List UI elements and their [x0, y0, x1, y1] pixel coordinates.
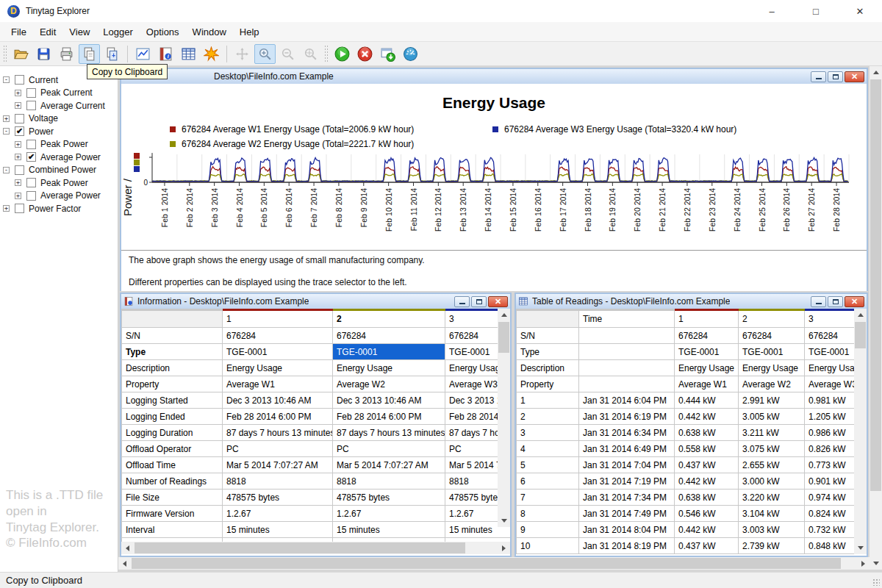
tree-expander-icon[interactable]: + — [3, 205, 10, 212]
menu-options[interactable]: Options — [140, 24, 186, 40]
grid-cell[interactable] — [579, 360, 675, 376]
window-titlebar[interactable]: Tinytag Explorer – □ ✕ — [0, 0, 882, 22]
grid-cell[interactable]: Mar 5 2014 7:07:27 AM — [333, 457, 445, 473]
grid-cell[interactable] — [579, 376, 675, 392]
grid-cell[interactable]: Dec 3 2013 10:46 AM — [223, 392, 333, 409]
grid-cell[interactable]: 2.655 kW — [739, 457, 805, 473]
tree-expander-icon[interactable]: + — [15, 179, 21, 186]
grid-cell[interactable]: 3.005 kW — [739, 409, 805, 425]
paste-special-button[interactable] — [101, 44, 123, 64]
grid-cell[interactable]: TGE-0001 — [333, 344, 445, 360]
grid-cell[interactable]: 3.184 kW — [739, 554, 805, 555]
menu-window[interactable]: Window — [186, 24, 233, 40]
grid-cell[interactable]: 0.558 kW — [675, 441, 739, 457]
show-table-button[interactable] — [178, 44, 199, 64]
toolbar-grip[interactable] — [324, 45, 329, 62]
grid-cell[interactable]: Average W1 — [223, 376, 333, 392]
column-header[interactable] — [517, 310, 579, 328]
grid-cell[interactable]: 0.442 kW — [675, 522, 739, 538]
show-information-button[interactable]: i — [155, 44, 176, 64]
grid-cell[interactable]: 87 days 7 hours 13 minutes — [333, 425, 445, 441]
resize-grip-icon[interactable] — [872, 578, 880, 586]
tree-checkbox[interactable] — [15, 75, 24, 85]
grid-cell[interactable]: 676284 — [333, 328, 445, 344]
column-header[interactable]: 1 — [223, 310, 333, 328]
grid-cell[interactable]: 8818 — [333, 473, 445, 490]
tree-item-label[interactable]: Combined Power — [29, 165, 96, 175]
tree-expander-icon[interactable]: + — [15, 193, 21, 199]
child-minimize-button[interactable] — [811, 296, 826, 307]
grid-cell[interactable]: 0.437 kW — [675, 457, 739, 473]
info-hscroll-thumb[interactable] — [135, 542, 465, 553]
grid-cell[interactable]: 1.2.67 — [333, 506, 445, 522]
open-file-button[interactable] — [10, 44, 32, 64]
tree-item-label[interactable]: Peak Power — [40, 139, 88, 149]
grid-cell[interactable]: Mar 5 2014 7:07:27 AM — [223, 457, 333, 473]
menu-file[interactable]: File — [4, 24, 33, 40]
readings-vscroll-thumb[interactable] — [855, 322, 866, 348]
grid-cell[interactable]: Jan 31 2014 6:49 PM — [579, 441, 675, 457]
show-graph-button[interactable] — [132, 44, 154, 64]
maximize-button[interactable]: □ — [794, 0, 838, 22]
grid-cell[interactable]: PC — [223, 441, 333, 457]
tree-checkbox[interactable] — [26, 140, 36, 149]
grid-cell[interactable]: Jan 31 2014 6:34 PM — [579, 425, 675, 441]
grid-cell[interactable]: Feb 28 2014 6:00 PM — [223, 409, 333, 425]
info-vscroll-thumb[interactable] — [498, 322, 509, 353]
readings-vscrollbar[interactable] — [854, 309, 867, 554]
tree-checkbox[interactable] — [15, 114, 24, 123]
grid-cell[interactable]: 0.442 kW — [675, 409, 739, 425]
grid-cell[interactable]: 87 days 7 hours 13 minutes — [223, 425, 333, 441]
tree-expander-icon[interactable]: - — [3, 128, 10, 135]
child-minimize-button[interactable] — [454, 296, 470, 307]
menu-logger[interactable]: Logger — [96, 24, 139, 40]
grid-cell[interactable]: 3.000 kW — [739, 473, 805, 490]
offload-button[interactable] — [377, 44, 398, 64]
grid-cell[interactable]: 0.546 kW — [675, 506, 739, 522]
tree-expander-icon[interactable]: + — [15, 102, 21, 109]
zoom-in-button[interactable] — [254, 44, 276, 64]
grid-cell[interactable]: Energy Usage — [739, 360, 805, 376]
close-button[interactable]: ✕ — [838, 0, 882, 22]
grid-cell[interactable]: Dec 3 2013 10:46 AM — [333, 392, 445, 409]
mdi-hscroll-thumb[interactable] — [132, 558, 841, 569]
grid-cell[interactable]: 3.104 kW — [739, 506, 805, 522]
grid-cell[interactable]: 676284 — [223, 328, 333, 344]
minimize-button[interactable]: – — [750, 0, 794, 22]
grid-cell[interactable]: Average W2 — [333, 376, 445, 392]
grid-cell[interactable]: 3.211 kW — [739, 425, 805, 441]
menu-edit[interactable]: Edit — [33, 24, 62, 40]
child-close-button[interactable]: ✕ — [488, 296, 508, 307]
grid-cell[interactable]: Jan 31 2014 6:04 PM — [579, 392, 675, 409]
child-close-button[interactable]: ✕ — [845, 71, 864, 82]
grid-cell[interactable]: Feb 28 2014 6:00 PM — [333, 409, 445, 425]
tree-item-label[interactable]: Average Power — [40, 190, 101, 201]
tree-checkbox[interactable]: ✔ — [26, 152, 36, 162]
grid-cell[interactable] — [579, 344, 675, 360]
pan-button[interactable] — [232, 44, 253, 64]
tree-expander-icon[interactable]: + — [3, 115, 10, 122]
grid-cell[interactable]: PC — [333, 441, 445, 457]
grid-cell[interactable]: TGE-0001 — [675, 344, 739, 360]
tree-expander-icon[interactable]: - — [3, 167, 10, 173]
grid-cell[interactable]: Jan 31 2014 6:19 PM — [579, 409, 675, 425]
column-header[interactable]: Time — [579, 310, 675, 328]
child-restore-button[interactable] — [828, 296, 843, 307]
grid-cell[interactable]: 0.437 kW — [675, 538, 739, 554]
grid-cell[interactable]: TGE-0001 — [223, 344, 333, 360]
info-hscrollbar[interactable] — [121, 542, 510, 554]
information-window-titlebar[interactable]: Information - Desktop\FileInfo.com Examp… — [121, 294, 510, 309]
grid-cell[interactable]: 676284 — [739, 328, 805, 344]
column-header[interactable]: 2 — [333, 310, 445, 328]
grid-cell[interactable]: Average W2 — [739, 376, 805, 392]
save-button[interactable] — [33, 44, 54, 64]
column-header[interactable]: 2 — [739, 310, 805, 328]
wizard-button[interactable] — [201, 44, 222, 64]
child-close-button[interactable]: ✕ — [845, 296, 864, 307]
child-restore-button[interactable] — [471, 296, 487, 307]
column-header[interactable] — [122, 310, 223, 328]
tree-item-label[interactable]: Power Factor — [29, 204, 81, 214]
grid-cell[interactable]: 1.2.67 — [223, 506, 333, 522]
mdi-hscrollbar[interactable] — [118, 557, 870, 570]
tree-checkbox[interactable] — [26, 101, 36, 110]
